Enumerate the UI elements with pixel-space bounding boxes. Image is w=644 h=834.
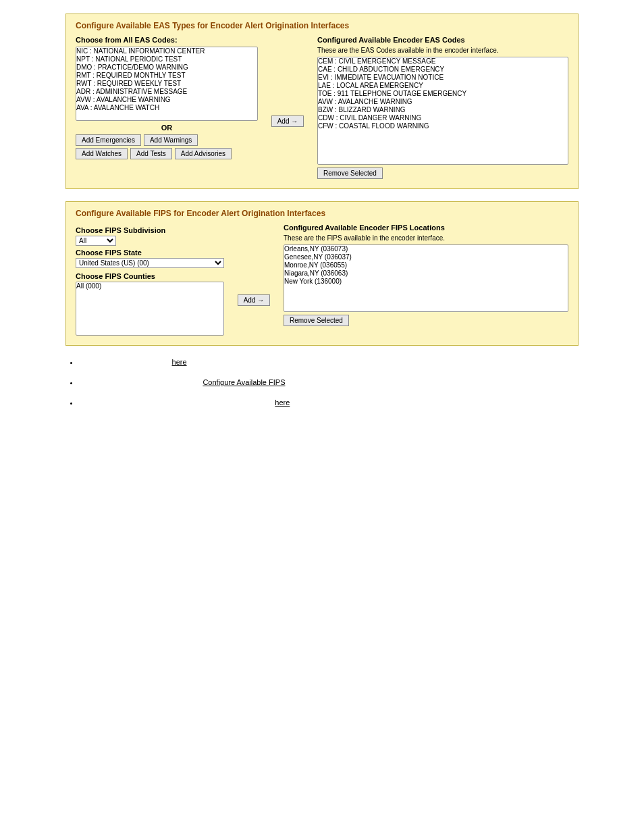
- eas-panel-title: Configure Available EAS Types for Encode…: [76, 21, 568, 30]
- eas-right-list[interactable]: CEM : CIVIL EMERGENCY MESSAGE CAE : CHIL…: [317, 57, 568, 165]
- bullet-link-2[interactable]: Configure Available FIPS: [203, 378, 285, 386]
- fips-right-list[interactable]: Orleans,NY (036073) Genesee,NY (036037) …: [284, 244, 568, 312]
- eas-panel: Configure Available EAS Types for Encode…: [65, 14, 579, 189]
- fips-add-button[interactable]: Add →: [238, 294, 271, 306]
- eas-left-col: Choose from All EAS Codes: NIC : NATIONA…: [76, 36, 258, 179]
- or-label: OR: [76, 124, 258, 132]
- fips-panel: Configure Available FIPS for Encoder Ale…: [65, 201, 579, 346]
- bullet-link-1[interactable]: here: [172, 358, 187, 366]
- add-watches-button[interactable]: Add Watches: [76, 148, 128, 159]
- fips-state-label: Choose FIPS State: [76, 249, 224, 257]
- eas-left-label: Choose from All EAS Codes:: [76, 36, 258, 44]
- eas-right-label: Configured Available Encoder EAS Codes: [317, 36, 568, 44]
- fips-subdivision-select[interactable]: All: [76, 236, 116, 246]
- fips-state-select[interactable]: United States (US) (00): [76, 258, 224, 268]
- fips-county-list[interactable]: All (000): [76, 282, 224, 336]
- eas-add-button[interactable]: Add →: [271, 115, 304, 127]
- fips-county-label: Choose FIPS Counties: [76, 272, 224, 280]
- eas-two-col: Choose from All EAS Codes: NIC : NATIONA…: [76, 36, 568, 179]
- add-tests-button[interactable]: Add Tests: [130, 148, 172, 159]
- eas-remove-button[interactable]: Remove Selected: [317, 167, 383, 179]
- fips-right-sublabel: These are the FIPS available in the enco…: [284, 234, 568, 242]
- bullet-text-1: [79, 358, 169, 366]
- fips-subdivision-label: Choose FIPS Subdivision: [76, 226, 224, 234]
- bullet-list: here Configure Available FIPS: [79, 358, 579, 407]
- fips-right-label: Configured Available Encoder FIPS Locati…: [284, 224, 568, 232]
- fips-right-col: Configured Available Encoder FIPS Locati…: [284, 224, 568, 336]
- bullet-item-2: Configure Available FIPS: [79, 378, 579, 386]
- add-emergencies-button[interactable]: Add Emergencies: [76, 134, 141, 146]
- fips-panel-title: Configure Available FIPS for Encoder Ale…: [76, 209, 568, 218]
- fips-left-col: Choose FIPS Subdivision All Choose FIPS …: [76, 224, 224, 336]
- bullet-item-3: here: [79, 398, 579, 407]
- main-container: Configure Available EAS Types for Encode…: [65, 14, 579, 407]
- bullet-text-2: [79, 378, 200, 386]
- eas-right-sublabel: These are the EAS Codes available in the…: [317, 47, 568, 54]
- eas-left-list[interactable]: NIC : NATIONAL INFORMATION CENTER NPT : …: [76, 47, 258, 121]
- bullet-link-3[interactable]: here: [275, 398, 290, 407]
- eas-remove-btn-container: Remove Selected: [317, 167, 568, 179]
- fips-add-btn-container: Add →: [234, 224, 274, 336]
- fips-remove-btn-container: Remove Selected: [284, 315, 568, 326]
- eas-right-col: Configured Available Encoder EAS Codes T…: [317, 36, 568, 179]
- fips-remove-button[interactable]: Remove Selected: [284, 315, 349, 326]
- add-warnings-button[interactable]: Add Warnings: [144, 134, 198, 146]
- add-advisories-button[interactable]: Add Advisories: [175, 148, 232, 159]
- fips-two-col: Choose FIPS Subdivision All Choose FIPS …: [76, 224, 568, 336]
- eas-btn-row-2: Add Watches Add Tests Add Advisories: [76, 148, 258, 159]
- bullet-text-3: [79, 398, 273, 407]
- bullet-item-1: here: [79, 358, 579, 366]
- eas-add-btn-container: Add →: [267, 36, 308, 179]
- eas-btn-row: Add Emergencies Add Warnings: [76, 134, 258, 146]
